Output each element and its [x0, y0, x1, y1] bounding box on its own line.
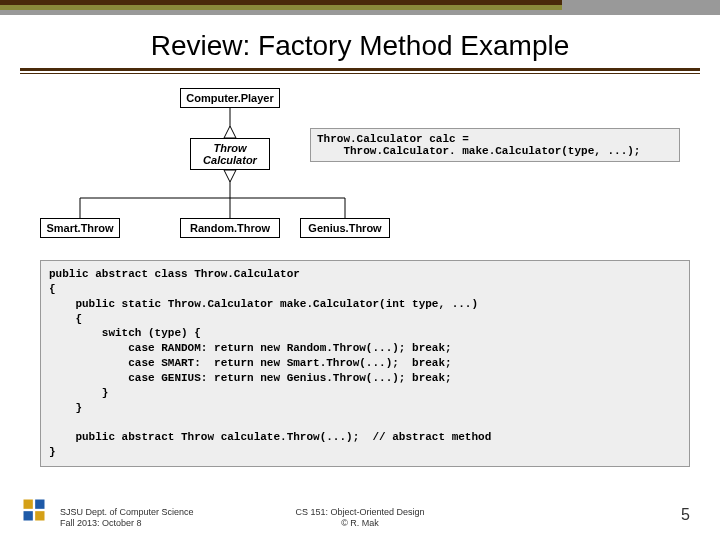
footer-course: CS 151: Object-Oriented Design © R. Mak — [0, 507, 720, 530]
svg-marker-1 — [224, 126, 236, 138]
uml-class-random-throw: Random.Throw — [180, 218, 280, 238]
code-snippet-usage: Throw.Calculator calc = Throw.Calculator… — [310, 128, 680, 162]
title-underline-thin — [20, 73, 700, 74]
slide-title: Review: Factory Method Example — [0, 30, 720, 62]
uml-class-genius-throw: Genius.Throw — [300, 218, 390, 238]
slide-footer: SJSU Dept. of Computer Science Fall 2013… — [0, 490, 720, 530]
svg-marker-2 — [224, 170, 236, 182]
uml-class-smart-throw: Smart.Throw — [40, 218, 120, 238]
decorative-rule — [0, 0, 720, 16]
uml-class-computer-player: Computer.Player — [180, 88, 280, 108]
title-underline-thick — [20, 68, 700, 71]
code-block-factory: public abstract class Throw.Calculator {… — [40, 260, 690, 467]
uml-diagram: Computer.Player Throw Calculator Smart.T… — [40, 88, 680, 248]
uml-class-throw-calculator: Throw Calculator — [190, 138, 270, 170]
page-number: 5 — [681, 506, 690, 524]
